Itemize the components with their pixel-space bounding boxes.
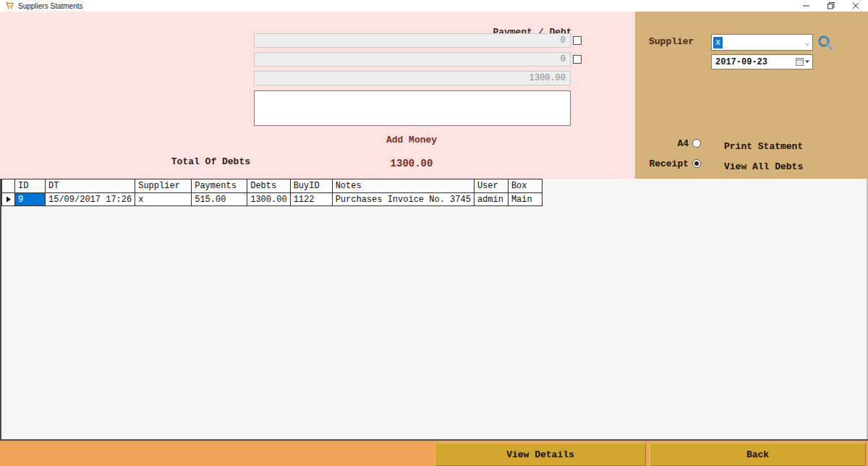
date-picker-value: 2017-09-23 xyxy=(715,57,767,67)
back-button[interactable]: Back xyxy=(650,443,866,466)
grid-cell[interactable]: admin xyxy=(474,193,508,206)
grid-cell[interactable]: 1300.00 xyxy=(247,193,290,206)
grid-cell[interactable]: x xyxy=(135,193,192,206)
search-icon[interactable] xyxy=(816,33,835,52)
total-of-debts-label: Total Of Debts xyxy=(145,156,250,167)
date-picker[interactable]: 2017-09-23 xyxy=(711,54,813,69)
balance-field: 1300.00 xyxy=(254,71,571,85)
supplier-label: Supplier xyxy=(649,36,694,47)
calendar-icon xyxy=(796,57,804,66)
column-header-debts[interactable]: Debts xyxy=(247,179,290,193)
a4-radio[interactable] xyxy=(692,139,701,148)
column-header-dt[interactable]: DT xyxy=(46,179,135,193)
footer-bar: View Details Back xyxy=(0,439,868,466)
row-selector-arrow-icon[interactable] xyxy=(2,193,15,206)
title-bar: Suppliers Statments xyxy=(0,0,868,12)
column-header-notes[interactable]: Notes xyxy=(332,179,474,193)
column-header-user[interactable]: User xyxy=(474,179,508,193)
a4-radio-label: A4 xyxy=(637,138,689,149)
supplier-combobox-value: x xyxy=(713,37,723,48)
debit-receipt-checkbox[interactable] xyxy=(573,36,582,45)
column-header-box[interactable]: Box xyxy=(508,179,542,193)
grid-cell[interactable]: 15/09/2017 17:26 xyxy=(46,193,135,206)
receipt-radio-label: Receipt xyxy=(637,158,689,169)
view-details-button[interactable]: View Details xyxy=(435,443,646,466)
column-header-payments[interactable]: Payments xyxy=(192,179,247,193)
grid-cell[interactable]: 1122 xyxy=(290,193,332,206)
debts-grid[interactable]: IDDTSupplierPaymentsDebtsBuyIDNotesUserB… xyxy=(1,179,542,206)
grid-corner-cell[interactable] xyxy=(2,179,15,193)
table-row[interactable]: 915/09/2017 17:26x515.001300.001122Purch… xyxy=(2,193,542,206)
view-all-debts-button[interactable]: View All Debts xyxy=(724,161,803,172)
print-statment-button[interactable]: Print Statment xyxy=(724,141,803,152)
grid-cell[interactable]: Main xyxy=(508,193,542,206)
supplier-combobox[interactable]: x ⌄ xyxy=(711,34,813,51)
notes-input[interactable] xyxy=(254,90,571,126)
restore-button[interactable] xyxy=(819,0,843,12)
total-of-debts-value: 1300.00 xyxy=(339,158,484,169)
column-header-id[interactable]: ID xyxy=(15,179,46,193)
minimize-button[interactable] xyxy=(794,0,819,12)
dropdown-arrow-icon[interactable] xyxy=(804,59,810,64)
payment-to-supplier-field[interactable]: 0 xyxy=(254,52,571,67)
add-money-button[interactable]: Add Money xyxy=(339,135,484,145)
chevron-down-icon[interactable]: ⌄ xyxy=(804,38,809,47)
grid-cell[interactable]: 515.00 xyxy=(192,193,247,206)
column-header-buyid[interactable]: BuyID xyxy=(290,179,332,193)
grid-cell[interactable]: 9 xyxy=(15,193,46,206)
close-button[interactable] xyxy=(843,0,868,12)
grid-cell[interactable]: Purchases Invoice No. 3745 xyxy=(332,193,474,206)
cart-icon xyxy=(5,1,14,10)
window-title: Suppliers Statments xyxy=(18,2,83,10)
payment-to-supplier-checkbox[interactable] xyxy=(573,55,582,64)
debts-grid-panel: IDDTSupplierPaymentsDebtsBuyIDNotesUserB… xyxy=(0,179,868,439)
column-header-supplier[interactable]: Supplier xyxy=(135,179,192,193)
debit-receipt-field[interactable]: 0 xyxy=(254,33,571,48)
receipt-radio[interactable] xyxy=(692,159,701,168)
